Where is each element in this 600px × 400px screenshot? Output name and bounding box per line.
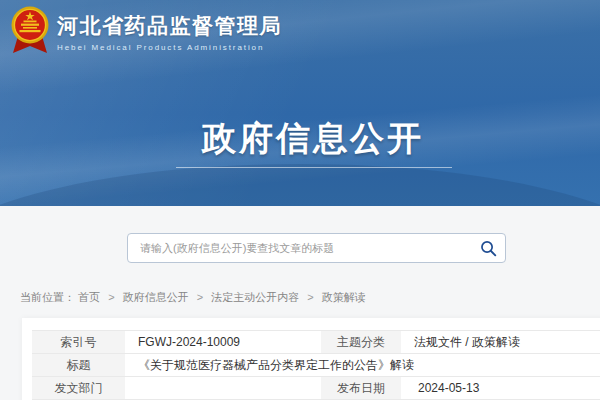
breadcrumb-separator: > <box>307 291 313 303</box>
search-input[interactable] <box>128 234 471 262</box>
content-panel: 索引号 FGWJ-2024-10009 主题分类 法规文件 / 政策解读 标题 … <box>22 318 600 400</box>
banner-title-underline <box>176 167 452 168</box>
search-icon <box>480 240 497 257</box>
site-brand[interactable]: 河北省药品监督管理局 Hebei Medical Products Admini… <box>10 6 282 58</box>
banner-title: 政府信息公开 <box>13 116 600 162</box>
index-number-label: 索引号 <box>32 331 125 354</box>
index-number-value: FGWJ-2024-10009 <box>125 331 321 354</box>
publish-date-label: 发布日期 <box>321 377 401 400</box>
org-name: 河北省药品监督管理局 <box>57 12 282 40</box>
title-label: 标题 <box>32 354 125 377</box>
subject-category-value: 法规文件 / 政策解读 <box>401 331 600 354</box>
breadcrumb-separator: > <box>108 291 114 303</box>
publish-date-value: 2024-05-13 <box>401 377 600 400</box>
search-box <box>127 233 506 263</box>
hero-dark-wave-decoration <box>0 164 600 206</box>
search-button[interactable] <box>471 234 505 262</box>
subject-category-label: 主题分类 <box>321 331 401 354</box>
hero-banner: 河北省药品监督管理局 Hebei Medical Products Admini… <box>0 0 600 206</box>
title-value: 《关于规范医疗器械产品分类界定工作的公告》解读 <box>125 354 600 377</box>
breadcrumb: 当前位置： 首页 > 政府信息公开 > 法定主动公开内容 > 政策解读 <box>20 290 366 305</box>
national-emblem-icon <box>10 6 50 58</box>
breadcrumb-item-statutory-disclosure[interactable]: 法定主动公开内容 <box>211 291 299 303</box>
document-info-table: 索引号 FGWJ-2024-10009 主题分类 法规文件 / 政策解读 标题 … <box>32 330 600 400</box>
issuing-department-label: 发文部门 <box>32 377 125 400</box>
breadcrumb-item-policy-interpretation[interactable]: 政策解读 <box>322 291 366 303</box>
breadcrumb-label: 当前位置： <box>20 291 75 303</box>
org-name-en: Hebei Medical Products Administration <box>57 43 282 52</box>
breadcrumb-separator: > <box>197 291 203 303</box>
issuing-department-value <box>125 377 321 400</box>
page: 河北省药品监督管理局 Hebei Medical Products Admini… <box>0 0 600 400</box>
breadcrumb-item-gov-info[interactable]: 政府信息公开 <box>123 291 189 303</box>
breadcrumb-item-home[interactable]: 首页 <box>78 291 100 303</box>
